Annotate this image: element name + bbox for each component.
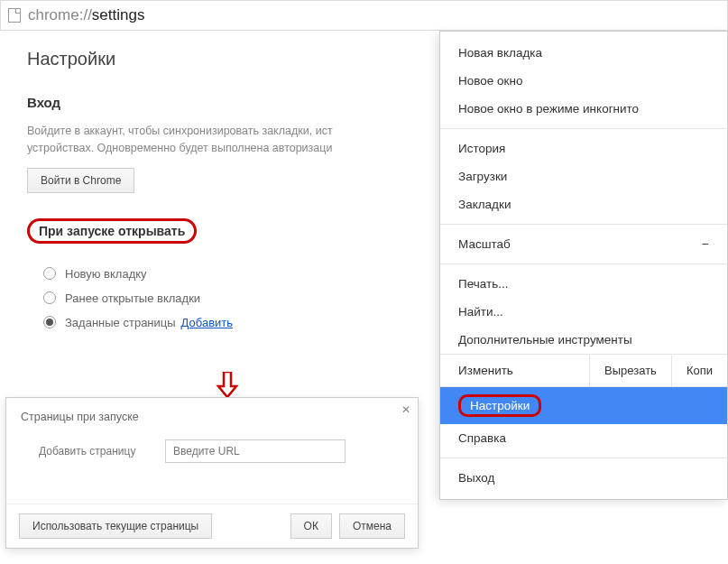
page-icon [8,8,21,23]
radio-label: Ранее открытые вкладки [65,291,200,305]
menu-separator [440,264,727,264]
url-path: settings [92,6,145,23]
page-title: Настройки [27,49,401,69]
menu-incognito[interactable]: Новое окно в режиме инкогнито [440,95,727,123]
startup-section: При запуске открывать Новую вкладку Ране… [27,218,401,329]
startup-heading-highlight: При запуске открывать [27,218,197,244]
startup-pages-dialog: ✕ Страницы при запуске Добавить страницу… [5,397,419,549]
menu-settings-highlight: Настройки [458,394,541,417]
menu-separator [440,458,727,458]
menu-downloads[interactable]: Загрузки [440,162,727,190]
startup-radio-previous[interactable]: Ранее открытые вкладки [43,291,401,305]
radio-label: Новую вкладку [65,267,147,281]
menu-help[interactable]: Справка [440,424,727,452]
startup-radio-new-tab[interactable]: Новую вкладку [43,267,401,281]
menu-settings[interactable]: Настройки [440,387,727,424]
dialog-footer: Использовать текущие страницы ОК Отмена [6,504,418,548]
close-icon[interactable]: ✕ [401,403,410,416]
url-scheme: chrome:// [28,6,92,23]
radio-label: Заданные страницы [65,316,176,329]
address-bar[interactable]: chrome://settings [0,0,728,31]
menu-tools[interactable]: Дополнительные инструменты [440,326,727,354]
chrome-menu: Новая вкладка Новое окно Новое окно в ре… [439,31,728,500]
login-description: Войдите в аккаунт, чтобы синхронизироват… [27,123,401,157]
arrow-down-icon [215,372,240,399]
menu-zoom-label: Масштаб [458,237,511,251]
menu-bookmarks[interactable]: Закладки [440,190,727,218]
add-page-label: Добавить страницу [39,445,165,458]
menu-find[interactable]: Найти... [440,298,727,326]
ok-button[interactable]: ОК [290,513,332,539]
add-pages-link[interactable]: Добавить [181,316,233,329]
add-page-field-row: Добавить страницу [39,439,403,463]
sign-in-button[interactable]: Войти в Chrome [27,168,134,193]
menu-copy[interactable]: Копи [671,355,727,386]
radio-icon [43,267,56,280]
url-text: chrome://settings [28,6,144,24]
menu-cut[interactable]: Вырезать [589,355,671,386]
startup-radio-specific-pages[interactable]: Заданные страницы Добавить [43,316,401,329]
menu-new-window[interactable]: Новое окно [440,67,727,95]
radio-icon [43,316,56,328]
login-section: Вход Войдите в аккаунт, чтобы синхронизи… [27,95,401,193]
menu-edit-label: Изменить [440,355,589,386]
startup-heading: При запуске открывать [39,224,185,238]
zoom-minus-icon[interactable]: − [702,237,709,251]
dialog-title: Страницы при запуске [21,411,403,423]
radio-icon [43,291,56,304]
add-page-input[interactable] [165,439,346,463]
menu-separator [440,224,727,225]
menu-print[interactable]: Печать... [440,270,727,298]
settings-page: Настройки Вход Войдите в аккаунт, чтобы … [0,31,429,358]
menu-new-tab[interactable]: Новая вкладка [440,39,727,67]
login-heading: Вход [27,95,401,110]
cancel-button[interactable]: Отмена [339,513,405,539]
menu-separator [440,128,727,129]
menu-zoom[interactable]: Масштаб − [440,230,727,258]
menu-history[interactable]: История [440,134,727,162]
menu-exit[interactable]: Выход [440,464,727,492]
menu-edit-row: Изменить Вырезать Копи [440,354,727,387]
use-current-pages-button[interactable]: Использовать текущие страницы [19,513,212,539]
